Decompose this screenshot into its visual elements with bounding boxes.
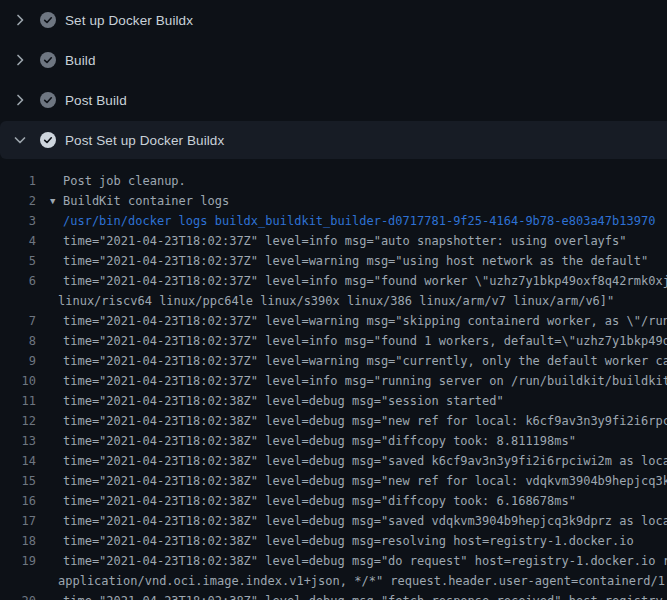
- log-line-number[interactable]: 11: [0, 394, 36, 408]
- chevron-right-icon[interactable]: [12, 92, 28, 108]
- log-line-number[interactable]: 9: [0, 354, 36, 368]
- log-line-text: time="2021-04-23T18:02:38Z" level=debug …: [63, 474, 667, 488]
- log-line-number[interactable]: 4: [0, 234, 36, 248]
- log-line: 6time="2021-04-23T18:02:37Z" level=info …: [0, 271, 667, 291]
- log-line: 3/usr/bin/docker logs buildx_buildkit_bu…: [0, 211, 667, 231]
- log-line-number[interactable]: 5: [0, 254, 36, 268]
- log-line-text: time="2021-04-23T18:02:38Z" level=debug …: [63, 414, 667, 428]
- log-line-number[interactable]: 13: [0, 434, 36, 448]
- log-line: 16time="2021-04-23T18:02:38Z" level=debu…: [0, 491, 667, 511]
- step-header-set-up-docker-buildx[interactable]: Set up Docker Buildx: [0, 0, 667, 40]
- log-line: 11time="2021-04-23T18:02:38Z" level=debu…: [0, 391, 667, 411]
- step-label: Build: [65, 53, 96, 68]
- log-line-number[interactable]: 20: [0, 594, 36, 600]
- log-line-number[interactable]: 3: [0, 214, 36, 228]
- log-group-caret-icon[interactable]: ▼: [50, 196, 59, 206]
- log-line-text: time="2021-04-23T18:02:37Z" level=info m…: [63, 274, 667, 288]
- log-line: 5time="2021-04-23T18:02:37Z" level=warni…: [0, 251, 667, 271]
- log-line: 15time="2021-04-23T18:02:38Z" level=debu…: [0, 471, 667, 491]
- log-line-number[interactable]: 19: [0, 554, 36, 568]
- log-line-text: time="2021-04-23T18:02:37Z" level=warnin…: [63, 354, 667, 368]
- log-line-number[interactable]: 18: [0, 534, 36, 548]
- log-line-text: time="2021-04-23T18:02:37Z" level=info m…: [63, 374, 667, 388]
- log-line-text: time="2021-04-23T18:02:38Z" level=debug …: [63, 434, 576, 448]
- check-circle-icon: [40, 92, 56, 108]
- chevron-right-icon[interactable]: [12, 12, 28, 28]
- log-line: 12time="2021-04-23T18:02:38Z" level=debu…: [0, 411, 667, 431]
- log-line: 2▼BuildKit container logs: [0, 191, 667, 211]
- chevron-down-icon[interactable]: [12, 132, 28, 148]
- log-line: 18time="2021-04-23T18:02:38Z" level=debu…: [0, 531, 667, 551]
- log-line-text: application/vnd.oci.image.index.v1+json,…: [58, 574, 667, 588]
- log-line-number[interactable]: 16: [0, 494, 36, 508]
- step-label: Post Build: [65, 93, 127, 108]
- log-line-text: linux/riscv64 linux/ppc64le linux/s390x …: [58, 294, 614, 308]
- log-line: 19time="2021-04-23T18:02:38Z" level=debu…: [0, 551, 667, 571]
- log-line: 13time="2021-04-23T18:02:38Z" level=debu…: [0, 431, 667, 451]
- log-line: 17time="2021-04-23T18:02:38Z" level=debu…: [0, 511, 667, 531]
- actions-log-panel: Set up Docker BuildxBuildPost BuildPost …: [0, 0, 667, 600]
- log-line-number[interactable]: 15: [0, 474, 36, 488]
- log-group-title[interactable]: BuildKit container logs: [63, 194, 229, 208]
- log-line: 9time="2021-04-23T18:02:37Z" level=warni…: [0, 351, 667, 371]
- log-line-wrap: linux/riscv64 linux/ppc64le linux/s390x …: [0, 291, 667, 311]
- log-line-text: time="2021-04-23T18:02:38Z" level=debug …: [63, 514, 667, 528]
- step-header-post-build[interactable]: Post Build: [0, 80, 667, 120]
- log-line-text: time="2021-04-23T18:02:37Z" level=warnin…: [63, 314, 667, 328]
- log-line-text: Post job cleanup.: [63, 174, 186, 188]
- log-line-text: time="2021-04-23T18:02:38Z" level=debug …: [63, 454, 667, 468]
- log-line: 10time="2021-04-23T18:02:37Z" level=info…: [0, 371, 667, 391]
- log-line: 1Post job cleanup.: [0, 171, 667, 191]
- log-line-wrap: application/vnd.oci.image.index.v1+json,…: [0, 571, 667, 591]
- log-line-text: time="2021-04-23T18:02:38Z" level=debug …: [63, 394, 504, 408]
- log-line-text: time="2021-04-23T18:02:38Z" level=debug …: [63, 534, 634, 548]
- log-line-text: time="2021-04-23T18:02:37Z" level=info m…: [63, 334, 667, 348]
- log-line-number[interactable]: 10: [0, 374, 36, 388]
- check-circle-icon: [40, 12, 56, 28]
- log-line-number[interactable]: 1: [0, 174, 36, 188]
- check-circle-icon: [40, 52, 56, 68]
- log-command-text: /usr/bin/docker logs buildx_buildkit_bui…: [63, 214, 655, 228]
- log-line: 20time="2021-04-23T18:02:38Z" level=debu…: [0, 591, 667, 600]
- log-line-number[interactable]: 6: [0, 274, 36, 288]
- step-label: Set up Docker Buildx: [65, 13, 193, 28]
- log-line-number[interactable]: 14: [0, 454, 36, 468]
- chevron-right-icon[interactable]: [12, 52, 28, 68]
- log-line-text: time="2021-04-23T18:02:37Z" level=info m…: [63, 234, 627, 248]
- log-line: 7time="2021-04-23T18:02:37Z" level=warni…: [0, 311, 667, 331]
- log-line: 4time="2021-04-23T18:02:37Z" level=info …: [0, 231, 667, 251]
- step-label: Post Set up Docker Buildx: [65, 133, 224, 148]
- steps-list: Set up Docker BuildxBuildPost BuildPost …: [0, 0, 667, 159]
- log-line-text: time="2021-04-23T18:02:38Z" level=debug …: [63, 494, 576, 508]
- log-line: 14time="2021-04-23T18:02:38Z" level=debu…: [0, 451, 667, 471]
- step-header-post-set-up-docker-buildx[interactable]: Post Set up Docker Buildx: [0, 121, 667, 159]
- log-line-text: time="2021-04-23T18:02:38Z" level=debug …: [63, 594, 667, 600]
- log-line-number[interactable]: 2: [0, 194, 36, 208]
- log-line-number[interactable]: 12: [0, 414, 36, 428]
- log-line-number[interactable]: 17: [0, 514, 36, 528]
- log-line: 8time="2021-04-23T18:02:37Z" level=info …: [0, 331, 667, 351]
- log-output: 1Post job cleanup.2▼BuildKit container l…: [0, 171, 667, 600]
- log-line-number[interactable]: 7: [0, 314, 36, 328]
- check-circle-icon: [40, 132, 56, 148]
- log-line-text: time="2021-04-23T18:02:37Z" level=warnin…: [63, 254, 648, 268]
- step-header-build[interactable]: Build: [0, 40, 667, 80]
- log-line-number[interactable]: 8: [0, 334, 36, 348]
- log-line-text: time="2021-04-23T18:02:38Z" level=debug …: [63, 554, 667, 568]
